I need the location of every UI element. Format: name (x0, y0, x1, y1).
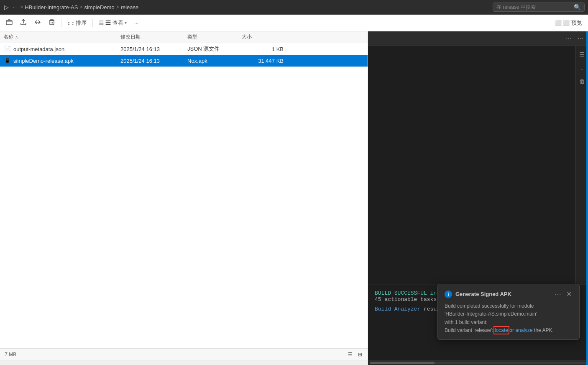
analyze-link[interactable]: analyze (515, 327, 532, 333)
divider-2 (92, 19, 93, 27)
scroll-track (370, 362, 586, 364)
breadcrumb-hbuilder[interactable]: HBuilder-Integrate-AS (25, 4, 78, 10)
breadcrumb-bar: ▷ ··· > HBuilder-Integrate-AS > simpleDe… (0, 0, 588, 15)
right-edge-accent (586, 31, 588, 365)
more-icon: ··· (134, 20, 139, 26)
notification-info-icon: i (445, 290, 452, 298)
file-status-bar: .7 MB ☰ ⊞ (0, 348, 368, 360)
file-row-json[interactable]: 📄 output-metadata.json 2025/1/24 16:13 J… (0, 43, 368, 55)
view-toggle: ☰ ⊞ (346, 350, 364, 359)
notification-options-button[interactable]: ⋯ (554, 289, 562, 299)
right-panel: ⋯ ⋯ ☰ ↓ 🗑 BUILD SUCCESSFUL in 31s 45 act… (368, 31, 588, 365)
right-more-button-1[interactable]: ⋯ (565, 34, 573, 43)
file-explorer: 名称 ∧ 修改日期 类型 大小 📄 output-metadata.json 2… (0, 31, 368, 365)
search-icon: 🔍 (574, 4, 581, 10)
new-folder-button[interactable] (3, 17, 15, 28)
file-name-json: 📄 output-metadata.json (3, 46, 120, 52)
sort-icon: ↕ (67, 20, 70, 26)
json-file-icon: 📄 (3, 46, 11, 52)
grid-view-button[interactable]: ⊞ (356, 350, 364, 359)
main-area: 名称 ∧ 修改日期 类型 大小 📄 output-metadata.json 2… (0, 31, 588, 365)
col-header-date: 修改日期 (120, 33, 187, 41)
chevron-down-icon: ▾ (125, 21, 127, 25)
divider-1 (61, 19, 61, 27)
move-icon (34, 19, 41, 27)
notif-line3: with 1 build variant: (445, 319, 573, 326)
file-list: 📄 output-metadata.json 2025/1/24 16:13 J… (0, 43, 368, 348)
list-view-button[interactable]: ☰ (346, 350, 355, 359)
view-button[interactable]: ☰ ☰ 查看 ▾ (96, 18, 129, 28)
notification-body: Build completed successfully for module … (445, 302, 573, 334)
editor-area: ☰ ↓ 🗑 (368, 46, 588, 285)
json-filename: output-metadata.json (13, 46, 64, 52)
sort-arrow-name[interactable]: ∧ (15, 35, 18, 39)
folder-icon (6, 19, 13, 27)
download-icon[interactable]: ↓ (579, 63, 585, 73)
apk-filename: simpleDemo-release.apk (13, 58, 74, 64)
notif-line4: Build variant 'release': locate or analy… (445, 326, 573, 334)
delete-button[interactable] (46, 17, 58, 28)
file-size-status: .7 MB (3, 352, 16, 357)
share-button[interactable] (18, 17, 29, 28)
file-name-apk: 📱 simpleDemo-release.apk (3, 58, 120, 64)
toolbar-right: ⬜ ⬜ 预览 (552, 18, 585, 28)
col-header-size: 大小 (242, 33, 284, 41)
bottom-scrollbar[interactable] (368, 360, 588, 365)
apk-date: 2025/1/24 16:13 (120, 58, 187, 64)
notif-line2: 'HBuilder-Integrate-AS.simpleDemo.main' (445, 310, 573, 318)
notif-line1: Build completed successfully for module (445, 302, 573, 310)
sort-label: ↕ 排序 (72, 19, 87, 27)
breadcrumb-search-box: 🔍 (493, 3, 585, 12)
apk-size: 31,447 KB (242, 58, 284, 64)
preview-button[interactable]: ⬜ ⬜ 预览 (552, 18, 585, 28)
apk-file-icon: 📱 (3, 58, 11, 64)
breadcrumb-more[interactable]: ··· (11, 4, 18, 10)
move-button[interactable] (32, 17, 43, 28)
right-more-button-2[interactable]: ⋯ (576, 34, 585, 43)
breadcrumb-release[interactable]: release (121, 4, 139, 10)
sort-button[interactable]: ↕ ↕ 排序 (65, 18, 89, 28)
file-row-apk[interactable]: 📱 simpleDemo-release.apk 2025/1/24 16:13… (0, 55, 368, 67)
trash-icon (49, 19, 55, 27)
notification-header: i Generate Signed APK ⋯ ✕ (445, 289, 573, 299)
preview-icon: ⬜ (555, 20, 562, 26)
breadcrumb-sep-2: > (79, 4, 82, 10)
view-label: ☰ 查看 (105, 19, 123, 27)
notification-close-button[interactable]: ✕ (565, 291, 573, 298)
col-header-name: 名称 ∧ (3, 33, 120, 41)
locate-link[interactable]: locate (495, 327, 508, 333)
json-type: JSON 源文件 (187, 45, 242, 53)
scroll-thumb (370, 362, 435, 364)
breadcrumb-simpledemo[interactable]: simpleDemo (84, 4, 114, 10)
more-button[interactable]: ··· (132, 18, 141, 28)
breadcrumb-sep-3: > (116, 4, 119, 10)
share-icon (20, 19, 27, 27)
svg-rect-1 (50, 21, 54, 25)
notification-popup: i Generate Signed APK ⋯ ✕ Build complete… (437, 284, 580, 340)
sidebar-toggle-icon[interactable]: ☰ (578, 49, 586, 59)
expand-icon[interactable]: ▷ (3, 3, 10, 11)
search-input[interactable] (496, 4, 571, 10)
preview-label: ⬜ 预览 (563, 19, 582, 27)
apk-type: Nox.apk (187, 58, 242, 64)
right-panel-toolbar: ⋯ ⋯ (368, 31, 588, 46)
file-toolbar: ↕ ↕ 排序 ☰ ☰ 查看 ▾ ··· ⬜ ⬜ 预览 (0, 15, 588, 31)
build-analyzer-link[interactable]: Build Analyzer (375, 306, 420, 312)
delete-icon[interactable]: 🗑 (578, 76, 587, 86)
file-scroll[interactable] (0, 360, 368, 365)
view-icon: ☰ (99, 20, 104, 26)
json-date: 2025/1/24 16:13 (120, 46, 187, 52)
notification-title: Generate Signed APK (455, 291, 550, 297)
breadcrumb-sep-1: > (20, 4, 23, 10)
column-headers: 名称 ∧ 修改日期 类型 大小 (0, 31, 368, 43)
json-size: 1 KB (242, 46, 284, 52)
col-header-type: 类型 (187, 33, 242, 41)
